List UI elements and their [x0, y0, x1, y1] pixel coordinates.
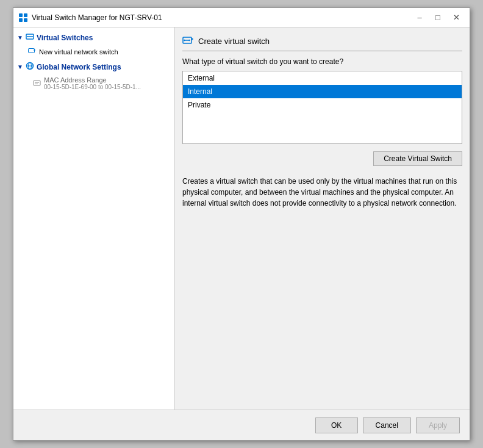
switch-type-private[interactable]: Private: [183, 98, 462, 112]
mac-address-value: 00-15-5D-1E-69-00 to 00-15-5D-1...: [44, 84, 141, 90]
virtual-switches-chevron: ▼: [17, 34, 23, 41]
create-switch-icon: [182, 35, 195, 47]
virtual-switches-icon: [26, 32, 34, 43]
svg-rect-14: [34, 81, 40, 85]
maximize-button[interactable]: □: [429, 11, 446, 24]
mac-address-icon: [33, 79, 41, 88]
minimize-button[interactable]: –: [411, 11, 428, 24]
new-switch-icon: [28, 47, 36, 56]
switch-type-external[interactable]: External: [183, 71, 462, 85]
right-panel: Create virtual switch What type of virtu…: [175, 27, 470, 410]
panel-title: Create virtual switch: [198, 37, 462, 46]
apply-button[interactable]: Apply: [416, 417, 460, 433]
svg-rect-1: [24, 13, 27, 17]
global-network-header[interactable]: ▼ Global Network Settings: [13, 59, 174, 74]
switch-description: Creates a virtual switch that can be use…: [182, 176, 462, 209]
new-switch-label: New virtual network switch: [39, 48, 118, 56]
new-virtual-switch-item[interactable]: New virtual network switch: [13, 45, 174, 58]
ok-button[interactable]: OK: [315, 417, 358, 433]
close-button[interactable]: ✕: [448, 11, 465, 24]
window-icon: [18, 13, 28, 23]
bottom-bar: OK Cancel Apply: [13, 410, 470, 440]
global-network-label: Global Network Settings: [37, 63, 121, 71]
panel-subtitle: What type of virtual switch do you want …: [182, 57, 462, 66]
svg-point-19: [184, 40, 185, 41]
sidebar: ▼ Virtual Switches: [13, 27, 175, 410]
panel-title-row: Create virtual switch: [182, 35, 462, 51]
global-network-icon: [26, 62, 34, 72]
mac-address-label: MAC Address Range: [44, 76, 141, 84]
cancel-button[interactable]: Cancel: [363, 417, 411, 433]
create-virtual-switch-button[interactable]: Create Virtual Switch: [373, 151, 462, 166]
switch-type-internal[interactable]: Internal: [183, 85, 462, 98]
mac-address-info: MAC Address Range 00-15-5D-1E-69-00 to 0…: [44, 76, 141, 90]
svg-rect-0: [19, 13, 23, 17]
virtual-switch-manager-window: Virtual Switch Manager for NGT-SRV-01 – …: [13, 7, 470, 441]
mac-address-item[interactable]: MAC Address Range 00-15-5D-1E-69-00 to 0…: [13, 74, 174, 92]
title-bar: Virtual Switch Manager for NGT-SRV-01 – …: [13, 8, 470, 27]
svg-rect-8: [29, 49, 35, 53]
main-content: ▼ Virtual Switches: [13, 27, 470, 410]
switch-type-list[interactable]: External Internal Private: [182, 71, 462, 144]
window-controls: – □ ✕: [411, 11, 465, 24]
global-network-chevron: ▼: [17, 63, 23, 70]
global-network-section: ▼ Global Network Settings: [13, 59, 174, 92]
create-switch-btn-row: Create Virtual Switch: [182, 151, 462, 166]
svg-point-20: [188, 40, 190, 41]
window-title: Virtual Switch Manager for NGT-SRV-01: [32, 13, 411, 22]
svg-rect-3: [24, 18, 27, 22]
virtual-switches-label: Virtual Switches: [37, 34, 93, 42]
svg-point-7: [32, 36, 33, 37]
svg-point-6: [27, 36, 28, 37]
virtual-switches-header[interactable]: ▼ Virtual Switches: [13, 30, 174, 45]
virtual-switches-section: ▼ Virtual Switches: [13, 30, 174, 58]
svg-rect-2: [19, 18, 23, 22]
